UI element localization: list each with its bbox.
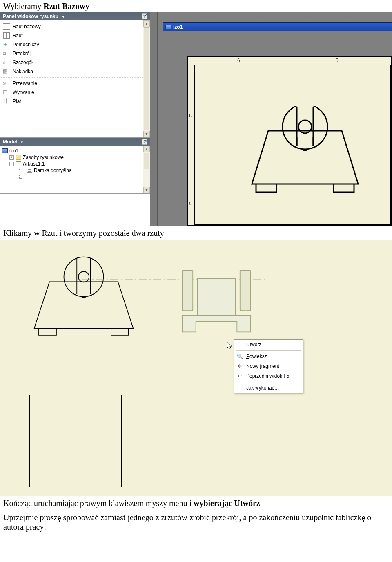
model-panel: × Model ? ▲ ▼ izo1 + Zas bbox=[0, 138, 150, 194]
drawing-views-panel-body: ▲ ▼ Rzut bazowyRzutPomocniczyPrzekrójSzc… bbox=[0, 20, 150, 137]
left-sidebar: × Panel widoków rysunku ? ▲ ▼ Rzut bazow… bbox=[0, 12, 150, 226]
mdi-left-scroll[interactable] bbox=[150, 12, 158, 226]
view-item-nakładka[interactable]: Nakładka bbox=[0, 67, 150, 76]
cursor-icon bbox=[227, 342, 233, 351]
i-rb-icon bbox=[3, 23, 10, 30]
screenshot-1: × Panel widoków rysunku ? ▲ ▼ Rzut bazow… bbox=[0, 12, 392, 226]
para-konczac-b: wybierając Utwórz bbox=[194, 499, 260, 508]
menu-item-poprzedni[interactable]: ↩Poprzedni widok F5 bbox=[234, 371, 303, 381]
blank-icon bbox=[236, 341, 243, 348]
view-item-label: Płat bbox=[13, 99, 21, 104]
i-pom-icon bbox=[3, 41, 10, 48]
front-view-drawing bbox=[27, 256, 141, 340]
front-view-drawing bbox=[244, 106, 366, 196]
intro-line-1: Wybieramy Rzut Bazowy bbox=[0, 0, 392, 12]
intro-line-1b: Rzut Bazowy bbox=[43, 2, 89, 11]
chevron-down-icon bbox=[60, 13, 65, 19]
column-rulers: 6 5 bbox=[194, 57, 391, 65]
ruler-label: 6 bbox=[237, 58, 240, 63]
document-window: izo1 6 5 D C bbox=[163, 22, 392, 226]
scroll-up-icon[interactable]: ▲ bbox=[143, 146, 150, 152]
i-wyr-icon bbox=[3, 89, 10, 96]
panel-title-label: Model bbox=[3, 139, 17, 145]
ruler-label: C bbox=[189, 201, 193, 206]
row-rulers: D C bbox=[188, 65, 194, 225]
collapse-icon[interactable]: − bbox=[9, 162, 14, 166]
panel-title-label: Panel widoków rysunku bbox=[3, 13, 58, 19]
view-item-label: Szczegół bbox=[13, 60, 33, 65]
context-menu: Utwórz🔍Powiększ✥Nowy fragment↩Poprzedni … bbox=[234, 339, 303, 393]
vertical-scrollbar[interactable]: ▲ ▼ bbox=[143, 146, 150, 193]
tree-label: Zasoby rysunkowe bbox=[23, 154, 64, 160]
drawing-frame bbox=[194, 65, 391, 225]
blank-icon bbox=[236, 385, 243, 391]
folder-icon bbox=[16, 155, 21, 160]
view-item-label: Przekrój bbox=[13, 51, 31, 56]
tree-label: Ramka domyślna bbox=[34, 168, 72, 173]
menu-item-utwórz[interactable]: Utwórz bbox=[234, 340, 303, 349]
model-tree: ▲ ▼ izo1 + Zasoby rysunkowe − A bbox=[0, 146, 150, 193]
tree-label: izo1 bbox=[9, 148, 18, 154]
view-item-płat[interactable]: Płat bbox=[0, 97, 150, 106]
menu-separator bbox=[236, 382, 301, 382]
view-item-szczegół[interactable]: Szczegół bbox=[0, 58, 150, 67]
i-prz-icon bbox=[3, 50, 10, 57]
model-panel-title[interactable]: Model ? bbox=[0, 138, 150, 146]
scroll-thumb[interactable] bbox=[144, 153, 149, 169]
svg-point-5 bbox=[78, 271, 89, 282]
sheet-icon bbox=[16, 161, 21, 166]
para-konczac-a: Kończąc uruchamiając prawym klawiszem my… bbox=[3, 499, 194, 508]
svg-rect-10 bbox=[240, 270, 251, 311]
menu-icon: ✥ bbox=[236, 363, 243, 369]
tree-twig bbox=[19, 169, 24, 172]
view-item-label: Wyrwanie bbox=[13, 90, 34, 95]
vertical-scrollbar[interactable]: ▲ ▼ bbox=[143, 20, 150, 137]
tree-root-item[interactable]: izo1 bbox=[0, 148, 150, 154]
panel-separator bbox=[1, 77, 143, 78]
tree-item[interactable]: + Zasoby rysunkowe bbox=[8, 154, 150, 161]
tree-item[interactable]: − Arkusz1:1 bbox=[8, 161, 150, 167]
drawing-file-icon bbox=[2, 148, 8, 153]
view-item-rzut[interactable]: Rzut bbox=[0, 31, 150, 40]
para-konczac: Kończąc uruchamiając prawym klawiszem my… bbox=[0, 496, 392, 511]
chevron-down-icon bbox=[19, 139, 24, 145]
drawing-views-panel-title[interactable]: Panel widoków rysunku ? bbox=[0, 12, 150, 20]
empty-view-placeholder bbox=[29, 395, 122, 487]
scroll-thumb[interactable] bbox=[144, 27, 149, 130]
tree-item[interactable]: . bbox=[15, 174, 150, 180]
ruler-label: 5 bbox=[336, 58, 339, 63]
view-item-pomocniczy[interactable]: Pomocniczy bbox=[0, 40, 150, 49]
para-uprzejmie: Uprzejmie proszę spróbować zamiast jedne… bbox=[0, 511, 392, 534]
scroll-down-icon[interactable]: ▼ bbox=[143, 131, 150, 137]
menu-item-label: Utwórz bbox=[246, 342, 261, 347]
menu-item-label: Poprzedni widok F5 bbox=[246, 373, 289, 379]
document-titlebar[interactable]: izo1 bbox=[163, 23, 392, 31]
view-item-przekrój[interactable]: Przekrój bbox=[0, 49, 150, 58]
menu-item-how[interactable]: Jak wykonać… bbox=[234, 383, 303, 393]
close-icon[interactable]: × bbox=[143, 13, 148, 18]
menu-icon: ↩ bbox=[236, 373, 243, 379]
drawing-file-icon bbox=[165, 25, 171, 29]
document-canvas[interactable]: 6 5 D C bbox=[163, 32, 392, 226]
expand-icon[interactable]: + bbox=[9, 155, 14, 160]
side-view-ghost bbox=[172, 256, 261, 340]
menu-item-powiększ[interactable]: 🔍Powiększ bbox=[234, 352, 303, 361]
menu-item-nowy[interactable]: ✥Nowy fragment bbox=[234, 361, 303, 371]
menu-separator bbox=[236, 350, 301, 351]
menu-icon: 🔍 bbox=[236, 353, 243, 360]
view-item-label: Nakładka bbox=[13, 69, 33, 74]
svg-point-4 bbox=[64, 257, 104, 297]
ruler-label: D bbox=[189, 113, 193, 119]
screenshot-2: Utwórz🔍Powiększ✥Nowy fragment↩Poprzedni … bbox=[0, 240, 392, 496]
view-item-wyrwanie[interactable]: Wyrwanie bbox=[0, 88, 150, 97]
tree-item[interactable]: Ramka domyślna bbox=[15, 167, 150, 174]
view-item-rzut-bazowy[interactable]: Rzut bazowy bbox=[0, 22, 150, 31]
view-item-label: Rzut bazowy bbox=[13, 24, 41, 29]
scroll-down-icon[interactable]: ▼ bbox=[143, 187, 150, 193]
close-icon[interactable]: × bbox=[143, 139, 148, 143]
svg-rect-11 bbox=[197, 279, 235, 315]
svg-rect-9 bbox=[182, 270, 193, 311]
view-item-przerwanie[interactable]: Przerwanie bbox=[0, 79, 150, 88]
intro-line-1a: Wybieramy bbox=[3, 2, 43, 11]
scroll-up-icon[interactable]: ▲ bbox=[143, 20, 150, 27]
